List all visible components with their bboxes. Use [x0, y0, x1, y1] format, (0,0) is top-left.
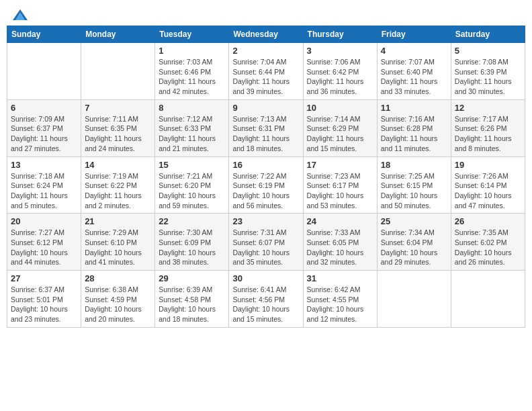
weekday-header-cell: Sunday	[7, 26, 81, 43]
calendar-day-cell	[377, 271, 451, 328]
day-info: Sunrise: 7:22 AMSunset: 6:19 PMDaylight:…	[232, 171, 299, 211]
day-number: 3	[307, 46, 373, 56]
day-info: Sunrise: 7:03 AMSunset: 6:46 PMDaylight:…	[159, 57, 225, 97]
calendar-day-cell	[81, 43, 155, 100]
day-info: Sunrise: 7:25 AMSunset: 6:15 PMDaylight:…	[381, 171, 447, 211]
calendar-day-cell: 17Sunrise: 7:23 AMSunset: 6:17 PMDayligh…	[303, 156, 377, 214]
day-info: Sunrise: 7:16 AMSunset: 6:28 PMDaylight:…	[381, 114, 447, 154]
day-number: 30	[232, 273, 299, 283]
calendar-day-cell: 1Sunrise: 7:03 AMSunset: 6:46 PMDaylight…	[155, 43, 229, 100]
calendar-table: SundayMondayTuesdayWednesdayThursdayFrid…	[7, 26, 525, 328]
day-info: Sunrise: 7:26 AMSunset: 6:14 PMDaylight:…	[455, 171, 521, 211]
day-info: Sunrise: 6:42 AMSunset: 4:55 PMDaylight:…	[307, 285, 373, 324]
calendar-week-row: 6Sunrise: 7:09 AMSunset: 6:37 PMDaylight…	[7, 99, 525, 156]
day-number: 17	[307, 160, 373, 170]
day-number: 28	[85, 273, 151, 283]
day-number: 13	[11, 160, 77, 170]
calendar-day-cell: 19Sunrise: 7:26 AMSunset: 6:14 PMDayligh…	[451, 156, 525, 214]
weekday-header-cell: Friday	[377, 26, 451, 43]
day-info: Sunrise: 7:35 AMSunset: 6:02 PMDaylight:…	[455, 228, 521, 267]
calendar-day-cell: 27Sunrise: 6:37 AMSunset: 5:01 PMDayligh…	[7, 271, 81, 328]
calendar-week-row: 13Sunrise: 7:18 AMSunset: 6:24 PMDayligh…	[7, 156, 525, 214]
calendar-day-cell: 6Sunrise: 7:09 AMSunset: 6:37 PMDaylight…	[7, 99, 81, 156]
day-number: 10	[307, 103, 373, 113]
calendar-day-cell: 2Sunrise: 7:04 AMSunset: 6:44 PMDaylight…	[229, 43, 303, 100]
day-info: Sunrise: 7:14 AMSunset: 6:29 PMDaylight:…	[307, 114, 373, 154]
page-header	[7, 7, 525, 20]
calendar-day-cell: 15Sunrise: 7:21 AMSunset: 6:20 PMDayligh…	[155, 156, 229, 214]
day-number: 19	[455, 160, 521, 170]
calendar-day-cell: 3Sunrise: 7:06 AMSunset: 6:42 PMDaylight…	[303, 43, 377, 100]
calendar-day-cell: 4Sunrise: 7:07 AMSunset: 6:40 PMDaylight…	[377, 43, 451, 100]
calendar-day-cell: 7Sunrise: 7:11 AMSunset: 6:35 PMDaylight…	[81, 99, 155, 156]
day-info: Sunrise: 7:27 AMSunset: 6:12 PMDaylight:…	[11, 228, 77, 267]
day-info: Sunrise: 7:23 AMSunset: 6:17 PMDaylight:…	[307, 171, 373, 211]
calendar-day-cell: 8Sunrise: 7:12 AMSunset: 6:33 PMDaylight…	[155, 99, 229, 156]
day-number: 21	[85, 216, 151, 226]
logo-icon	[13, 9, 28, 20]
day-number: 15	[159, 160, 225, 170]
day-info: Sunrise: 7:12 AMSunset: 6:33 PMDaylight:…	[159, 114, 225, 154]
calendar-day-cell: 24Sunrise: 7:33 AMSunset: 6:05 PMDayligh…	[303, 214, 377, 271]
day-number: 6	[11, 103, 77, 113]
day-info: Sunrise: 7:18 AMSunset: 6:24 PMDaylight:…	[11, 171, 77, 211]
calendar-day-cell: 29Sunrise: 6:39 AMSunset: 4:58 PMDayligh…	[155, 271, 229, 328]
calendar-body: 1Sunrise: 7:03 AMSunset: 6:46 PMDaylight…	[7, 43, 525, 328]
day-number: 9	[232, 103, 299, 113]
day-info: Sunrise: 7:34 AMSunset: 6:04 PMDaylight:…	[381, 228, 447, 267]
day-info: Sunrise: 7:07 AMSunset: 6:40 PMDaylight:…	[381, 57, 447, 97]
calendar-day-cell: 28Sunrise: 6:38 AMSunset: 4:59 PMDayligh…	[81, 271, 155, 328]
calendar-day-cell: 12Sunrise: 7:17 AMSunset: 6:26 PMDayligh…	[451, 99, 525, 156]
day-number: 7	[85, 103, 151, 113]
day-number: 26	[455, 216, 521, 226]
calendar-day-cell: 13Sunrise: 7:18 AMSunset: 6:24 PMDayligh…	[7, 156, 81, 214]
day-number: 1	[159, 46, 225, 56]
day-info: Sunrise: 7:17 AMSunset: 6:26 PMDaylight:…	[455, 114, 521, 154]
calendar-day-cell: 21Sunrise: 7:29 AMSunset: 6:10 PMDayligh…	[81, 214, 155, 271]
calendar-day-cell: 20Sunrise: 7:27 AMSunset: 6:12 PMDayligh…	[7, 214, 81, 271]
day-info: Sunrise: 7:04 AMSunset: 6:44 PMDaylight:…	[232, 57, 299, 97]
calendar-day-cell: 11Sunrise: 7:16 AMSunset: 6:28 PMDayligh…	[377, 99, 451, 156]
day-number: 2	[232, 46, 299, 56]
day-info: Sunrise: 7:21 AMSunset: 6:20 PMDaylight:…	[159, 171, 225, 211]
calendar-day-cell: 10Sunrise: 7:14 AMSunset: 6:29 PMDayligh…	[303, 99, 377, 156]
day-number: 18	[381, 160, 447, 170]
day-number: 23	[232, 216, 299, 226]
weekday-header-cell: Wednesday	[229, 26, 303, 43]
day-info: Sunrise: 7:19 AMSunset: 6:22 PMDaylight:…	[85, 171, 151, 211]
day-number: 27	[11, 273, 77, 283]
weekday-header-cell: Thursday	[303, 26, 377, 43]
day-number: 25	[381, 216, 447, 226]
day-info: Sunrise: 6:37 AMSunset: 5:01 PMDaylight:…	[11, 285, 77, 324]
day-info: Sunrise: 7:06 AMSunset: 6:42 PMDaylight:…	[307, 57, 373, 97]
day-number: 5	[455, 46, 521, 56]
day-info: Sunrise: 7:33 AMSunset: 6:05 PMDaylight:…	[307, 228, 373, 267]
day-info: Sunrise: 6:41 AMSunset: 4:56 PMDaylight:…	[232, 285, 299, 324]
day-number: 11	[381, 103, 447, 113]
weekday-header-cell: Saturday	[451, 26, 525, 43]
day-info: Sunrise: 7:08 AMSunset: 6:39 PMDaylight:…	[455, 57, 521, 97]
calendar-day-cell: 26Sunrise: 7:35 AMSunset: 6:02 PMDayligh…	[451, 214, 525, 271]
weekday-header-cell: Monday	[81, 26, 155, 43]
day-info: Sunrise: 7:31 AMSunset: 6:07 PMDaylight:…	[232, 228, 299, 267]
calendar-day-cell: 25Sunrise: 7:34 AMSunset: 6:04 PMDayligh…	[377, 214, 451, 271]
calendar-day-cell: 18Sunrise: 7:25 AMSunset: 6:15 PMDayligh…	[377, 156, 451, 214]
calendar-day-cell	[7, 43, 81, 100]
day-number: 20	[11, 216, 77, 226]
calendar-week-row: 20Sunrise: 7:27 AMSunset: 6:12 PMDayligh…	[7, 214, 525, 271]
calendar-day-cell: 22Sunrise: 7:30 AMSunset: 6:09 PMDayligh…	[155, 214, 229, 271]
calendar-day-cell: 9Sunrise: 7:13 AMSunset: 6:31 PMDaylight…	[229, 99, 303, 156]
day-number: 24	[307, 216, 373, 226]
calendar-week-row: 1Sunrise: 7:03 AMSunset: 6:46 PMDaylight…	[7, 43, 525, 100]
day-info: Sunrise: 7:30 AMSunset: 6:09 PMDaylight:…	[159, 228, 225, 267]
day-info: Sunrise: 6:38 AMSunset: 4:59 PMDaylight:…	[85, 285, 151, 324]
calendar-day-cell	[451, 271, 525, 328]
day-info: Sunrise: 6:39 AMSunset: 4:58 PMDaylight:…	[159, 285, 225, 324]
logo	[12, 9, 28, 17]
day-number: 22	[159, 216, 225, 226]
calendar-day-cell: 31Sunrise: 6:42 AMSunset: 4:55 PMDayligh…	[303, 271, 377, 328]
calendar-day-cell: 5Sunrise: 7:08 AMSunset: 6:39 PMDaylight…	[451, 43, 525, 100]
weekday-header-row: SundayMondayTuesdayWednesdayThursdayFrid…	[7, 26, 525, 43]
calendar-day-cell: 30Sunrise: 6:41 AMSunset: 4:56 PMDayligh…	[229, 271, 303, 328]
day-info: Sunrise: 7:29 AMSunset: 6:10 PMDaylight:…	[85, 228, 151, 267]
